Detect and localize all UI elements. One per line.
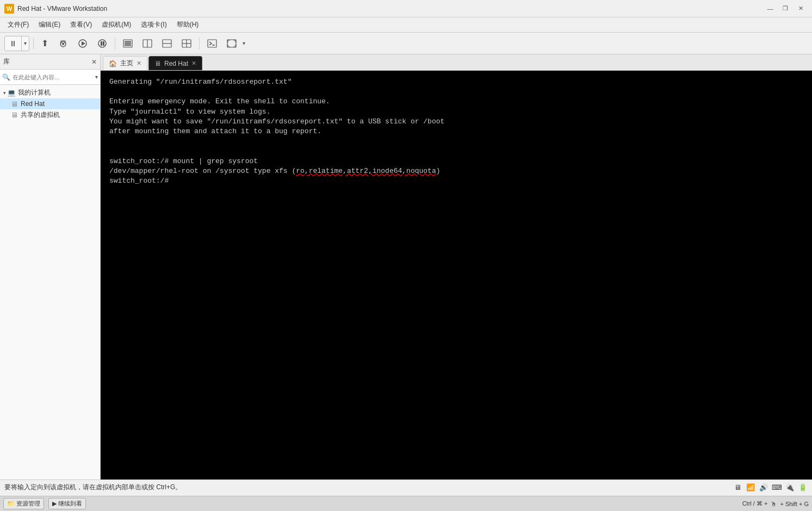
vm-console[interactable]: Generating "/run/initramfs/rdsosreport.t…: [101, 71, 812, 479]
sidebar-title: 库: [3, 57, 89, 66]
red-hat-tab-icon: 🖥: [154, 60, 161, 67]
taskbar-right: Ctrl / ⌘ + 🖱 + Shift + G: [742, 500, 809, 507]
taskbar-item-continue[interactable]: ▶ 继续到看: [48, 498, 86, 509]
status-vm-icon[interactable]: 🖥: [733, 483, 742, 493]
svg-marker-4: [82, 41, 85, 46]
sidebar: 库 ✕ 🔍 ▾ ▾ 💻 我的计算机 🖥 Red Hat 🖥 共享的虚拟机: [0, 54, 101, 479]
suspend-button[interactable]: [74, 35, 91, 52]
svg-point-2: [62, 43, 64, 45]
search-icon: 🔍: [2, 73, 10, 81]
tab-red-hat[interactable]: 🖥 Red Hat ✕: [148, 56, 202, 70]
status-network-icon[interactable]: 📶: [746, 483, 755, 493]
menu-file[interactable]: 文件(F): [3, 19, 33, 30]
layout-quad-button[interactable]: [178, 35, 195, 52]
sidebar-header: 库 ✕: [0, 54, 100, 70]
search-input[interactable]: [13, 74, 93, 80]
title-bar: W Red Hat - VMware Workstation — ❐ ✕: [0, 0, 812, 17]
tabs-bar: 🏠 主页 ✕ 🖥 Red Hat ✕: [101, 54, 812, 71]
tree-item-red-hat[interactable]: 🖥 Red Hat: [0, 98, 100, 109]
status-icons: 🖥 📶 🔊 ⌨ 🔌 🔋: [733, 483, 808, 493]
taskbar-shortcut-label: Ctrl / ⌘ +: [742, 500, 768, 507]
svg-rect-6: [101, 41, 102, 46]
resume-button[interactable]: [94, 35, 111, 52]
suspend-icon: [78, 39, 88, 48]
red-hat-vm-icon: 🖥: [10, 99, 18, 108]
main-layout: 库 ✕ 🔍 ▾ ▾ 💻 我的计算机 🖥 Red Hat 🖥 共享的虚拟机: [0, 54, 812, 479]
shared-vms-icon: 🖥: [10, 111, 18, 120]
pause-button[interactable]: ⏸ ▾: [4, 36, 29, 51]
menu-bar: 文件(F) 编辑(E) 查看(V) 虚拟机(M) 选项卡(I) 帮助(H): [0, 17, 812, 33]
svg-rect-9: [125, 41, 131, 46]
menu-view[interactable]: 查看(V): [66, 19, 96, 30]
sidebar-tree: ▾ 💻 我的计算机 🖥 Red Hat 🖥 共享的虚拟机: [0, 85, 100, 479]
toolbar-sep-3: [199, 38, 200, 49]
taskbar: 📁 资源管理 ▶ 继续到看 Ctrl / ⌘ + 🖱 + Shift + G: [0, 496, 812, 511]
menu-edit[interactable]: 编辑(E): [34, 19, 65, 30]
svg-rect-19: [227, 40, 236, 47]
status-hint-text: 要将输入定向到该虚拟机，请在虚拟机内部单击或按 Ctrl+G。: [4, 483, 728, 492]
layout-quad-icon: [182, 39, 191, 48]
snapshot-button[interactable]: [54, 35, 72, 52]
red-hat-tab-label: Red Hat: [164, 60, 188, 67]
toolbar: ⏸ ▾ ⬆: [0, 33, 812, 54]
continue-label: 继续到看: [58, 500, 82, 508]
home-tab-icon: 🏠: [109, 60, 117, 67]
red-hat-label: Red Hat: [21, 100, 45, 108]
status-usb-icon[interactable]: 🔌: [785, 483, 795, 493]
resume-icon: [97, 39, 107, 48]
menu-vm[interactable]: 虚拟机(M): [97, 19, 135, 30]
terminal-button[interactable]: [203, 35, 221, 52]
layout-split-h-button[interactable]: [139, 35, 156, 52]
my-computer-label: 我的计算机: [18, 88, 51, 97]
collapse-arrow-my-computer: ▾: [3, 90, 6, 96]
status-battery-icon[interactable]: 🔋: [798, 483, 808, 493]
toolbar-sep-2: [115, 38, 115, 49]
menu-help[interactable]: 帮助(H): [172, 19, 203, 30]
tabs-and-content: 🏠 主页 ✕ 🖥 Red Hat ✕ Generating "/run/init…: [101, 54, 812, 479]
fullscreen-arrow[interactable]: ▾: [243, 40, 245, 46]
layout-single-button[interactable]: [119, 35, 137, 52]
home-tab-label: 主页: [120, 59, 133, 68]
terminal-icon: [207, 39, 217, 48]
taskbar-mouse-icon: 🖱: [771, 501, 777, 507]
taskbar-item-resources[interactable]: 📁 资源管理: [3, 498, 44, 509]
menu-tabs[interactable]: 选项卡(I): [137, 19, 171, 30]
status-bar: 要将输入定向到该虚拟机，请在虚拟机内部单击或按 Ctrl+G。 🖥 📶 🔊 ⌨ …: [0, 479, 812, 495]
search-dropdown-arrow[interactable]: ▾: [95, 74, 98, 80]
layout-split-v-icon: [162, 39, 172, 48]
snapshot-icon: [58, 39, 68, 48]
fullscreen-button[interactable]: [223, 35, 240, 52]
console-output: Generating "/run/initramfs/rdsosreport.t…: [101, 71, 812, 192]
tree-item-shared-vms[interactable]: 🖥 共享的虚拟机: [0, 109, 100, 121]
pause-dropdown-arrow[interactable]: ▾: [22, 36, 29, 51]
send-to-button[interactable]: ⬆: [38, 35, 52, 52]
tree-item-my-computer[interactable]: ▾ 💻 我的计算机: [0, 87, 100, 98]
svg-rect-7: [103, 41, 104, 46]
red-hat-tab-close[interactable]: ✕: [191, 60, 196, 67]
window-controls: — ❐ ✕: [763, 3, 808, 14]
search-bar[interactable]: 🔍 ▾: [0, 70, 100, 85]
taskbar-shift-label: + Shift + G: [780, 501, 809, 507]
tab-home[interactable]: 🏠 主页 ✕: [103, 56, 147, 70]
close-button[interactable]: ✕: [794, 3, 808, 14]
pause-icon: ⏸: [5, 36, 22, 51]
my-computer-icon: 💻: [7, 89, 16, 97]
shared-vms-label: 共享的虚拟机: [21, 110, 60, 120]
resources-icon: 📁: [7, 500, 15, 507]
layout-split-v-button[interactable]: [158, 35, 176, 52]
app-icon: W: [4, 4, 14, 14]
home-tab-close[interactable]: ✕: [137, 60, 141, 67]
restore-button[interactable]: ❐: [778, 3, 792, 14]
layout-single-icon: [123, 39, 133, 48]
layout-split-h-icon: [142, 39, 152, 48]
status-audio-icon[interactable]: 🔊: [759, 483, 768, 493]
minimize-button[interactable]: —: [763, 3, 777, 14]
window-title: Red Hat - VMware Workstation: [17, 5, 763, 13]
sidebar-close-button[interactable]: ✕: [91, 58, 97, 66]
fullscreen-icon: [227, 39, 237, 48]
status-keyboard-icon[interactable]: ⌨: [772, 483, 782, 493]
toolbar-sep-1: [33, 38, 34, 49]
continue-icon: ▶: [52, 500, 57, 507]
resources-label: 资源管理: [16, 500, 40, 508]
